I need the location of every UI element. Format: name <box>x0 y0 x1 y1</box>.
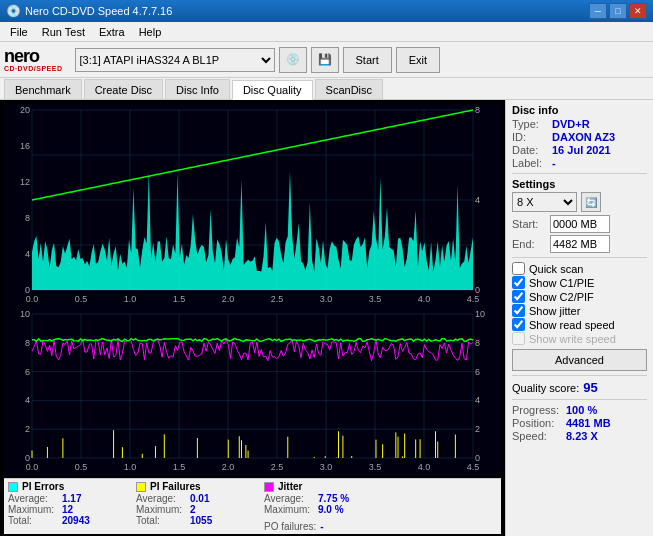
jitter-color <box>264 482 274 492</box>
c2pif-label: Show C2/PIF <box>529 291 594 303</box>
po-failures: PO failures: - <box>264 521 384 532</box>
pi-failures-avg-val: 0.01 <box>190 493 209 504</box>
save-button[interactable]: 💾 <box>311 47 339 73</box>
speed-value: 8.23 X <box>566 430 598 442</box>
write-speed-checkbox[interactable] <box>512 332 525 345</box>
c1pie-checkbox[interactable] <box>512 276 525 289</box>
tab-create-disc[interactable]: Create Disc <box>84 79 163 99</box>
pi-failures-group: PI Failures Average: 0.01 Maximum: 2 Tot… <box>136 481 256 532</box>
pi-failures-total-label: Total: <box>136 515 186 526</box>
minimize-button[interactable]: ─ <box>589 3 607 19</box>
toolbar: nero CD·DVD/SPEED [3:1] ATAPI iHAS324 A … <box>0 42 653 78</box>
stats-bar: PI Errors Average: 1.17 Maximum: 12 Tota… <box>4 478 501 534</box>
disc-id-row: ID: DAXON AZ3 <box>512 131 647 143</box>
start-mb-label: Start: <box>512 218 548 230</box>
end-mb-row: End: <box>512 235 647 253</box>
maximize-button[interactable]: □ <box>609 3 627 19</box>
title-bar-left: 💿 Nero CD-DVD Speed 4.7.7.16 <box>6 4 172 18</box>
divider-4 <box>512 399 647 400</box>
speed-selector[interactable]: 8 X <box>512 192 577 212</box>
pi-errors-max-val: 12 <box>62 504 73 515</box>
disc-date-label: Date: <box>512 144 548 156</box>
disc-date-value: 16 Jul 2021 <box>552 144 611 156</box>
logo-text: nero <box>4 47 39 65</box>
pi-errors-color <box>8 482 18 492</box>
bottom-chart <box>4 308 501 476</box>
main-content: PI Errors Average: 1.17 Maximum: 12 Tota… <box>0 100 653 536</box>
pi-failures-label: PI Failures <box>150 481 201 492</box>
pi-errors-avg-val: 1.17 <box>62 493 81 504</box>
disc-id-value: DAXON AZ3 <box>552 131 615 143</box>
end-mb-input[interactable] <box>550 235 610 253</box>
write-speed-label: Show write speed <box>529 333 616 345</box>
checkbox-quick-scan: Quick scan <box>512 262 647 275</box>
divider-1 <box>512 173 647 174</box>
settings-title: Settings <box>512 178 647 190</box>
tab-disc-info[interactable]: Disc Info <box>165 79 230 99</box>
close-button[interactable]: ✕ <box>629 3 647 19</box>
pi-errors-max: Maximum: 12 <box>8 504 128 515</box>
po-failures-label: PO failures: <box>264 521 316 532</box>
pi-failures-max: Maximum: 2 <box>136 504 256 515</box>
divider-3 <box>512 375 647 376</box>
position-row: Position: 4481 MB <box>512 417 647 429</box>
menu-run-test[interactable]: Run Test <box>36 24 91 40</box>
charts-area: PI Errors Average: 1.17 Maximum: 12 Tota… <box>0 100 505 536</box>
checkbox-c1pie: Show C1/PIE <box>512 276 647 289</box>
tabs-bar: Benchmark Create Disc Disc Info Disc Qua… <box>0 78 653 100</box>
jitter-group: Jitter Average: 7.75 % Maximum: 9.0 % PO… <box>264 481 384 532</box>
advanced-button[interactable]: Advanced <box>512 349 647 371</box>
exit-button[interactable]: Exit <box>396 47 440 73</box>
pi-failures-total-val: 1055 <box>190 515 212 526</box>
pi-failures-color <box>136 482 146 492</box>
c1pie-label: Show C1/PIE <box>529 277 594 289</box>
read-speed-checkbox[interactable] <box>512 318 525 331</box>
pi-errors-avg: Average: 1.17 <box>8 493 128 504</box>
pi-errors-group: PI Errors Average: 1.17 Maximum: 12 Tota… <box>8 481 128 532</box>
pi-errors-avg-label: Average: <box>8 493 58 504</box>
pi-failures-avg-label: Average: <box>136 493 186 504</box>
pi-failures-total: Total: 1055 <box>136 515 256 526</box>
disc-id-label: ID: <box>512 131 548 143</box>
quick-scan-label: Quick scan <box>529 263 583 275</box>
app-icon: 💿 <box>6 4 21 18</box>
c2pif-checkbox[interactable] <box>512 290 525 303</box>
jitter-header: Jitter <box>264 481 384 492</box>
refresh-button[interactable]: 🔄 <box>581 192 601 212</box>
jitter-label: Show jitter <box>529 305 580 317</box>
menu-file[interactable]: File <box>4 24 34 40</box>
tab-benchmark[interactable]: Benchmark <box>4 79 82 99</box>
menu-extra[interactable]: Extra <box>93 24 131 40</box>
start-button[interactable]: Start <box>343 47 392 73</box>
top-chart <box>4 104 501 308</box>
drive-selector[interactable]: [3:1] ATAPI iHAS324 A BL1P <box>75 48 275 72</box>
jitter-max-val: 9.0 % <box>318 504 344 515</box>
speed-row: 8 X 🔄 <box>512 192 647 212</box>
checkbox-c2pif: Show C2/PIF <box>512 290 647 303</box>
cd-button[interactable]: 💿 <box>279 47 307 73</box>
disc-date-row: Date: 16 Jul 2021 <box>512 144 647 156</box>
po-failures-val: - <box>320 521 323 532</box>
speed-row-2: Speed: 8.23 X <box>512 430 647 442</box>
title-bar: 💿 Nero CD-DVD Speed 4.7.7.16 ─ □ ✕ <box>0 0 653 22</box>
disc-label-value: - <box>552 157 556 169</box>
title-text: Nero CD-DVD Speed 4.7.7.16 <box>25 5 172 17</box>
disc-info-title: Disc info <box>512 104 647 116</box>
position-label: Position: <box>512 417 562 429</box>
menu-help[interactable]: Help <box>133 24 168 40</box>
checkbox-write-speed: Show write speed <box>512 332 647 345</box>
disc-type-value: DVD+R <box>552 118 590 130</box>
pi-errors-total-label: Total: <box>8 515 58 526</box>
jitter-avg: Average: 7.75 % <box>264 493 384 504</box>
logo: nero CD·DVD/SPEED <box>4 47 63 72</box>
jitter-checkbox[interactable] <box>512 304 525 317</box>
tab-scan-disc[interactable]: ScanDisc <box>315 79 383 99</box>
jitter-label: Jitter <box>278 481 302 492</box>
quick-scan-checkbox[interactable] <box>512 262 525 275</box>
divider-2 <box>512 257 647 258</box>
start-mb-input[interactable] <box>550 215 610 233</box>
quality-score-value: 95 <box>583 380 597 395</box>
tab-disc-quality[interactable]: Disc Quality <box>232 80 313 100</box>
progress-row: Progress: 100 % <box>512 404 647 416</box>
progress-value: 100 % <box>566 404 597 416</box>
